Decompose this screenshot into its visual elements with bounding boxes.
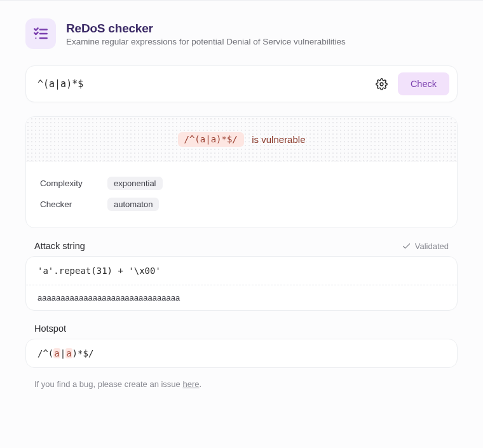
attack-output: aaaaaaaaaaaaaaaaaaaaaaaaaaaaaaa	[26, 285, 457, 310]
settings-button[interactable]	[372, 74, 391, 94]
complexity-value: exponential	[107, 177, 163, 190]
result-regex: /^(a|a)*$/	[178, 132, 244, 147]
result-header: /^(a|a)*$/ is vulnerable	[26, 117, 457, 161]
result-verdict: is vulnerable	[252, 134, 305, 145]
svg-point-2	[35, 37, 36, 39]
complexity-row: Complexity exponential	[40, 173, 443, 194]
issue-link[interactable]: here	[182, 379, 199, 389]
hotspot-section-header: Hotspot	[25, 323, 458, 339]
result-panel: /^(a|a)*$/ is vulnerable Complexity expo…	[25, 116, 458, 228]
hotspot-panel: /^(a|a)*$/	[25, 339, 458, 368]
validated-badge: Validated	[402, 241, 449, 251]
hotspot-label: Hotspot	[34, 323, 66, 334]
attack-panel: 'a'.repeat(31) + '\x00' aaaaaaaaaaaaaaaa…	[25, 256, 458, 311]
attack-section-header: Attack string Validated	[25, 241, 458, 256]
attack-label: Attack string	[34, 241, 85, 251]
checklist-icon	[25, 18, 56, 49]
checker-row: Checker automaton	[40, 194, 443, 215]
check-icon	[402, 241, 411, 251]
check-button[interactable]: Check	[398, 72, 449, 95]
hotspot-code: /^(a|a)*$/	[26, 339, 457, 367]
complexity-label: Complexity	[40, 179, 92, 188]
checker-label: Checker	[40, 200, 92, 209]
attack-code: 'a'.repeat(31) + '\x00'	[26, 257, 457, 285]
gear-icon	[376, 78, 388, 90]
footer-note: If you find a bug, please create an issu…	[25, 379, 458, 389]
svg-point-4	[380, 83, 383, 86]
checker-value: automaton	[107, 198, 159, 211]
page-subtitle: Examine regular expressions for potentia…	[66, 37, 346, 46]
page-header: ReDoS checker Examine regular expression…	[25, 18, 458, 49]
regex-input[interactable]	[37, 78, 365, 90]
page-title: ReDoS checker	[66, 22, 346, 36]
input-bar: Check	[25, 65, 458, 102]
validated-text: Validated	[415, 241, 449, 251]
